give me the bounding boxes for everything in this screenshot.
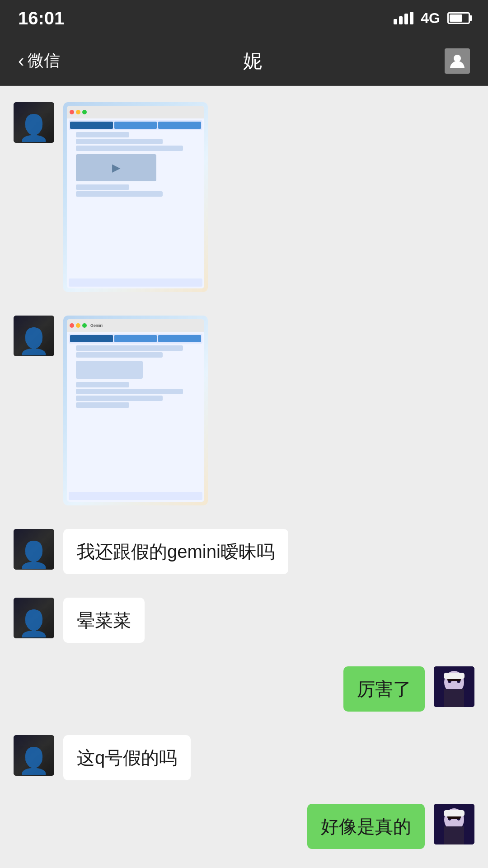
chat-bubble: 这q号假的吗	[63, 735, 191, 780]
chat-bubble: 我还跟假的gemini暧昧吗	[63, 529, 288, 574]
message-text: 这q号假的吗	[77, 748, 177, 768]
table-row: 妮都网操几个了	[0, 865, 488, 868]
chat-bubble: 好像是真的	[307, 804, 425, 849]
svg-rect-14	[444, 810, 465, 816]
message-text: 晕菜菜	[77, 610, 131, 630]
table-row: ▶	[0, 95, 488, 299]
image-message-2[interactable]: Gemini	[63, 316, 208, 505]
table-row: 厉害了	[0, 659, 488, 719]
table-row: 我还跟假的gemini暧昧吗	[0, 522, 488, 581]
avatar	[14, 102, 54, 143]
back-button[interactable]: ‹ 微信	[18, 50, 60, 72]
status-icons: 4G	[394, 10, 470, 27]
chat-bubble: 厉害了	[343, 666, 425, 712]
avatar	[14, 598, 54, 638]
image-message-1[interactable]: ▶	[63, 102, 208, 292]
back-arrow-icon: ‹	[18, 51, 24, 71]
network-type: 4G	[421, 10, 440, 27]
table-row: Gemini	[0, 308, 488, 513]
table-row: 晕菜菜	[0, 590, 488, 650]
message-text: 厉害了	[357, 679, 411, 699]
svg-rect-7	[444, 673, 465, 679]
battery-icon	[447, 12, 470, 24]
avatar	[14, 316, 54, 356]
signal-icon	[394, 12, 413, 24]
svg-rect-3	[444, 689, 464, 707]
back-label: 微信	[28, 50, 60, 72]
chat-area: ▶	[0, 86, 488, 868]
avatar	[14, 735, 54, 776]
profile-icon[interactable]	[445, 48, 470, 74]
avatar	[434, 666, 474, 707]
table-row: 这q号假的吗	[0, 728, 488, 788]
avatar	[434, 804, 474, 844]
svg-point-0	[454, 55, 461, 62]
message-text: 好像是真的	[321, 816, 411, 836]
status-bar: 16:01 4G	[0, 0, 488, 36]
chat-bubble: 晕菜菜	[63, 598, 145, 643]
chat-title: 妮	[243, 48, 262, 74]
svg-rect-10	[444, 826, 464, 844]
message-text: 我还跟假的gemini暧昧吗	[77, 542, 275, 561]
table-row: 好像是真的	[0, 797, 488, 856]
avatar	[14, 529, 54, 570]
status-time: 16:01	[18, 8, 64, 28]
nav-bar: ‹ 微信 妮	[0, 36, 488, 86]
